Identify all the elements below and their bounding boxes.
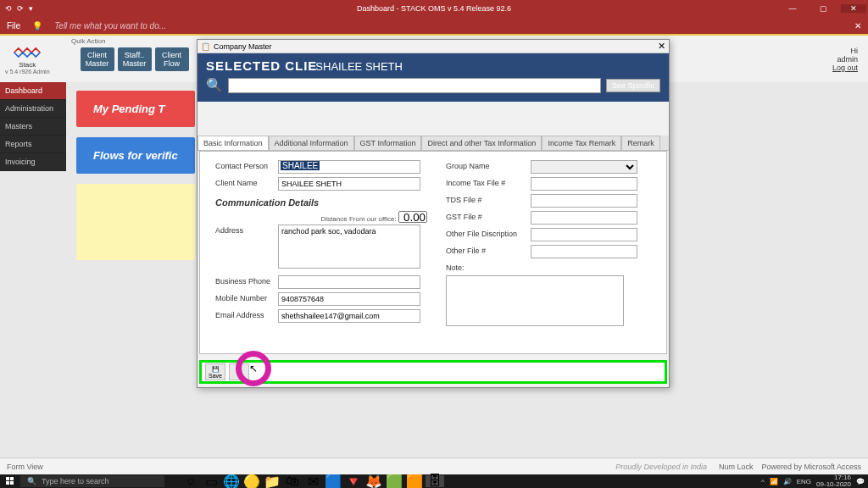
app-logo: Stack v 5.4 r926 Admin xyxy=(5,44,50,75)
communication-header: Communication Details xyxy=(215,197,427,208)
tellme-input[interactable]: Tell me what you want to do... xyxy=(54,21,166,30)
taskbar-search-placeholder: Type here to search xyxy=(42,477,109,485)
tray-date: 09-10-2020 xyxy=(816,480,851,488)
cortana-icon[interactable]: ○ xyxy=(181,475,200,487)
add-icon: 📄 xyxy=(236,369,243,375)
close-button[interactable]: ✕ xyxy=(841,4,866,13)
explorer-icon[interactable]: 📁 xyxy=(263,475,281,487)
search-icon: 🔍 xyxy=(27,477,36,485)
email-field[interactable] xyxy=(278,309,420,323)
nav-masters[interactable]: Masters xyxy=(0,118,66,136)
taskbar: 🔍Type here to search ○ ▭ 🌐 🟡 📁 🛍 ✉ 🟦 🔻 🦊… xyxy=(0,474,868,488)
mobile-field[interactable] xyxy=(278,292,420,306)
add-button[interactable]: 📄 xyxy=(229,363,249,380)
gst-label: GST File # xyxy=(446,211,531,221)
access-icon[interactable]: 🗄 xyxy=(426,475,444,487)
company-master-dialog: 📋 Company Master ✕ SELECTED CLIESHAILEE … xyxy=(197,39,670,388)
maximize-button[interactable]: ▢ xyxy=(810,4,836,13)
group-select[interactable] xyxy=(531,160,637,174)
minimize-button[interactable]: — xyxy=(780,4,805,13)
tab-additional-information[interactable]: Additional Information xyxy=(269,136,354,150)
logo-text: Stack xyxy=(19,61,36,69)
firefox-icon[interactable]: 🦊 xyxy=(364,475,383,487)
see-specific-button[interactable]: See Specific xyxy=(606,79,660,92)
yellow-card[interactable] xyxy=(76,184,195,260)
status-powered: Powered by Microsoft Access xyxy=(761,463,861,471)
save-label: Save xyxy=(209,373,222,379)
business-phone-field[interactable] xyxy=(278,275,420,289)
other-file-num-field[interactable] xyxy=(531,245,637,258)
window-titlebar: ⟲ ⟳ ▾ Dashboard - STACK OMS v 5.4 Releas… xyxy=(0,0,868,17)
pending-card[interactable]: My Pending T xyxy=(76,91,195,127)
excel-icon[interactable]: 🟩 xyxy=(385,475,403,487)
dropdown-icon[interactable]: ▾ xyxy=(29,4,33,13)
staff-master-button[interactable]: Staff..Master xyxy=(118,47,152,71)
client-master-button[interactable]: ClientMaster xyxy=(81,47,114,71)
nav-invoicing[interactable]: Invoicing xyxy=(0,153,66,171)
lightbulb-icon: 💡 xyxy=(32,21,42,30)
search-icon: 🔍 xyxy=(206,77,223,93)
dialog-title: Company Master xyxy=(214,42,272,51)
dialog-header: SELECTED CLIESHAILEE SHETH 🔍 See Specifi… xyxy=(198,53,669,102)
tab-basic-information[interactable]: Basic Information xyxy=(198,136,269,150)
itfile-field[interactable] xyxy=(531,177,637,191)
flows-card[interactable]: Flows for verific xyxy=(76,137,195,174)
wifi-icon[interactable]: 📶 xyxy=(770,478,778,485)
nav-dashboard[interactable]: Dashboard xyxy=(0,82,66,100)
status-bar: Form View Proudly Developed in India Num… xyxy=(0,458,868,474)
volume-icon[interactable]: 🔊 xyxy=(783,478,792,485)
svg-rect-2 xyxy=(6,481,9,485)
chrome-icon[interactable]: 🟡 xyxy=(242,475,261,487)
tray-up-icon[interactable]: ^ xyxy=(761,478,765,485)
ofd-label: Other File Discription xyxy=(446,228,531,238)
nav-reports[interactable]: Reports xyxy=(0,136,66,153)
history-fwd-icon[interactable]: ⟳ xyxy=(17,4,24,13)
vlc-icon[interactable]: 🔻 xyxy=(344,475,363,487)
dialog-close-button[interactable]: ✕ xyxy=(658,41,665,52)
taskview-icon[interactable]: ▭ xyxy=(202,475,220,487)
address-field[interactable] xyxy=(278,225,420,269)
file-menu[interactable]: File xyxy=(7,21,20,30)
selected-client-name: SHAILEE SHETH xyxy=(315,60,403,73)
start-button[interactable] xyxy=(0,474,20,488)
history-back-icon[interactable]: ⟲ xyxy=(5,4,12,13)
client-flow-button[interactable]: ClientFlow xyxy=(155,47,189,71)
client-search-input[interactable] xyxy=(228,78,601,93)
store-icon[interactable]: 🛍 xyxy=(283,475,302,487)
tab-direct-tax-information[interactable]: Direct and other Tax Information xyxy=(421,136,542,150)
other-file-desc-field[interactable] xyxy=(531,228,637,241)
tab-income-tax-remark[interactable]: Income Tax Remark xyxy=(542,136,621,150)
edge-icon[interactable]: 🌐 xyxy=(222,475,241,487)
logo-version: v 5.4 r926 Admin xyxy=(5,69,50,75)
mobile-label: Mobile Number xyxy=(215,292,278,302)
contact-label: Contact Person xyxy=(215,160,278,170)
save-button[interactable]: 💾Save xyxy=(205,363,225,380)
contact-field[interactable]: SHAILEE xyxy=(281,161,320,170)
nav-administration[interactable]: Administration xyxy=(0,100,66,118)
status-mid: Proudly Developed in India xyxy=(615,463,707,471)
distance-field[interactable] xyxy=(398,211,427,223)
distance-label: Distance From our office: xyxy=(321,215,397,223)
tray-lang[interactable]: ENG xyxy=(797,478,811,485)
logout-link[interactable]: Log out xyxy=(832,64,858,72)
tds-field[interactable] xyxy=(531,194,637,208)
client-name-field[interactable] xyxy=(278,177,420,191)
svg-rect-3 xyxy=(10,481,14,485)
tab-gst-information[interactable]: GST Information xyxy=(354,136,422,150)
selected-client-label: SELECTED CLIE xyxy=(206,58,317,73)
bphone-label: Business Phone xyxy=(215,275,278,286)
word-icon[interactable]: 🟦 xyxy=(324,475,342,487)
tab-remark[interactable]: Remark xyxy=(621,136,660,150)
notification-icon[interactable]: 💬 xyxy=(856,478,865,485)
note-field[interactable] xyxy=(446,275,624,326)
ribbon-close-icon[interactable]: ✕ xyxy=(854,21,861,30)
email-label: Email Address xyxy=(215,309,278,319)
taskbar-search[interactable]: 🔍Type here to search xyxy=(20,475,164,487)
address-label: Address xyxy=(215,225,278,235)
ofn-label: Other File # xyxy=(446,245,531,255)
gst-field[interactable] xyxy=(531,211,637,225)
quick-action-label: Quik Action xyxy=(71,37,105,45)
ppt-icon[interactable]: 🟧 xyxy=(405,475,424,487)
mail-icon[interactable]: ✉ xyxy=(303,475,322,487)
tds-label: TDS File # xyxy=(446,194,531,204)
